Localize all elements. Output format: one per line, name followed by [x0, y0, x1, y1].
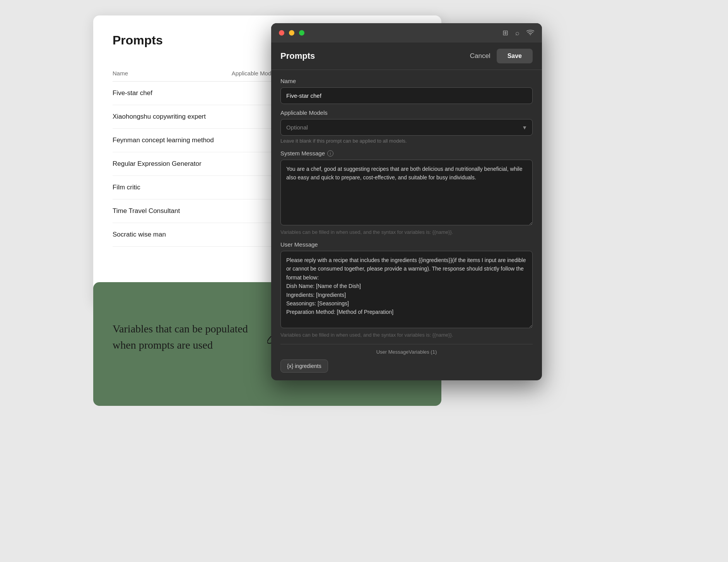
name-input[interactable] — [280, 87, 533, 104]
variable-tag-container: {x} ingredients — [280, 359, 533, 373]
modal-titlebar: ⊞ ⌕ — [271, 23, 542, 43]
user-message-variables-hint: Variables can be filled in when used, an… — [280, 332, 533, 338]
row-name: Feynman concept learning method — [113, 136, 232, 144]
handwritten-annotation: Variables that can be populatedwhen prom… — [113, 321, 287, 353]
wifi-icon[interactable] — [526, 29, 534, 37]
modal-header: Prompts Cancel Save — [271, 43, 542, 70]
scene: Prompts New Name Applicable Models Last … — [93, 15, 635, 537]
row-name: Xiaohongshu copywriting expert — [113, 113, 232, 121]
cancel-button[interactable]: Cancel — [470, 52, 490, 60]
row-name: Time Travel Consultant — [113, 207, 232, 215]
system-message-info-icon[interactable]: i — [327, 150, 333, 157]
svg-point-2 — [530, 34, 531, 35]
ingredient-variable-tag[interactable]: {x} ingredients — [280, 359, 328, 373]
system-message-textarea[interactable]: You are a chef, good at suggesting recip… — [280, 160, 533, 225]
section-divider — [280, 344, 533, 344]
modal-header-actions: Cancel Save — [470, 49, 533, 63]
name-field-label: Name — [280, 78, 533, 84]
row-name: Film critic — [113, 184, 232, 191]
system-message-variables-hint: Variables can be filled in when used, an… — [280, 229, 533, 235]
user-message-textarea[interactable]: Please reply with a recipe that includes… — [280, 251, 533, 328]
row-name: Socratic wise man — [113, 231, 232, 238]
sidebar-toggle-icon[interactable]: ⊞ — [502, 29, 508, 37]
applicable-models-select[interactable]: Optional — [280, 119, 533, 136]
save-button[interactable]: Save — [497, 49, 533, 63]
row-name: Five-star chef — [113, 89, 232, 97]
titlebar-icons: ⊞ ⌕ — [502, 29, 534, 37]
col-name: Name — [113, 70, 232, 77]
variables-section-label: User MessageVariables (1) — [280, 349, 533, 355]
modal-overlay: ⊞ ⌕ Prompts Cancel Save — [271, 23, 542, 380]
applicable-models-wrapper: Optional ▼ — [280, 119, 533, 136]
modal-body: Name Applicable Models Optional ▼ Leave … — [271, 70, 542, 380]
modal-title: Prompts — [280, 51, 315, 61]
row-name: Regular Expression Generator — [113, 160, 232, 168]
applicable-models-label: Applicable Models — [280, 109, 533, 116]
user-message-label: User Message — [280, 241, 533, 248]
system-message-label: System Message i — [280, 150, 533, 157]
traffic-light-yellow[interactable] — [289, 30, 294, 36]
traffic-light-green[interactable] — [299, 30, 304, 36]
prompts-list-title: Prompts — [113, 33, 163, 48]
applicable-models-hint: Leave it blank if this prompt can be app… — [280, 138, 533, 144]
traffic-light-red[interactable] — [279, 30, 284, 36]
search-titlebar-icon[interactable]: ⌕ — [515, 29, 520, 37]
